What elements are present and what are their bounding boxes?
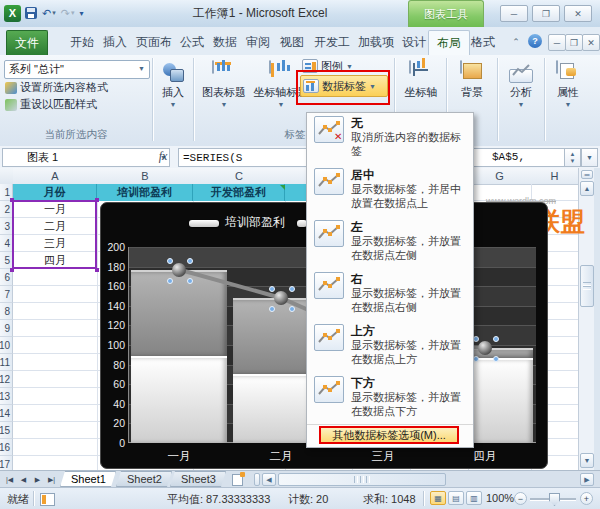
undo-icon[interactable]: ↶▾ [41,5,57,21]
axes-icon [409,60,411,74]
column-header-B[interactable]: B [97,168,194,185]
chevron-down-icon[interactable]: ▼ [135,62,148,75]
range-handle[interactable] [95,268,99,272]
customize-qat-icon[interactable]: ▾ [78,5,84,21]
split-box[interactable]: ═ [581,170,593,179]
hscroll-left-icon[interactable]: ◀ [262,473,276,486]
chevron-down-icon: ▼ [221,101,228,108]
data-point-二月[interactable] [274,291,288,305]
expand-formula-bar-icon[interactable]: ▼ [581,148,598,167]
zoom-slider-thumb[interactable] [549,493,560,506]
hscroll-thumb[interactable] [278,473,446,486]
vertical-scrollbar[interactable]: ═ ▲ ▼ [578,168,595,470]
close-button[interactable]: ✕ [564,5,592,22]
chart-title-button[interactable]: 图表标题 ▼ [197,58,251,108]
chart-element-selector[interactable]: 系列 "总计" ▼ [4,60,150,79]
column-header-C[interactable]: C [193,168,286,185]
cell-A1[interactable]: 月份 [13,184,97,201]
excel-app-icon[interactable]: X [4,5,21,22]
menu-item-上方[interactable]: 上方显示数据标签，并放置在数据点上方 [307,321,473,373]
menu-item-左[interactable]: 左显示数据标签，并放置在数据点左侧 [307,217,473,269]
y-axis-label: 140 [101,300,125,312]
menu-item-右[interactable]: 右显示数据标签，并放置在数据点右侧 [307,269,473,321]
workbook-restore-icon[interactable]: ❐ [565,34,583,51]
analysis-button[interactable]: 分析 ▼ [500,58,542,108]
row-header-10[interactable]: 10 [0,337,13,354]
zoom-out-icon[interactable]: − [514,492,527,505]
tab-文件[interactable]: 文件 [6,30,48,55]
menu-item-more-data-label-options[interactable]: 其他数据标签选项(M)... [319,426,459,444]
zoom-level[interactable]: 100% [486,492,514,504]
restore-button[interactable]: ❐ [532,5,560,22]
page-layout-view-icon[interactable]: ▤ [448,491,464,505]
format-selection-button[interactable]: 设置所选内容格式 [5,80,108,95]
range-handle[interactable] [10,268,14,272]
minimize-button[interactable]: ─ [500,5,528,22]
y-axis-label: 120 [101,319,125,331]
macro-record-icon[interactable] [40,492,55,506]
legend-entry-培训部盈利[interactable]: 培训部盈利 [225,214,285,231]
vscroll-thumb[interactable] [580,265,594,307]
row-header-14[interactable]: 14 [0,405,13,422]
background-button[interactable]: 背景 [449,58,495,99]
zoom-in-icon[interactable]: + [580,492,593,505]
fx-icon[interactable]: fx [150,148,176,165]
axes-button[interactable]: 坐标轴 [398,58,444,99]
row-header-11[interactable]: 11 [0,354,13,371]
formula-bar-scroll[interactable]: ▲▼ [564,148,581,167]
insert-button[interactable]: 插入 ▼ [155,58,191,108]
menu-item-无[interactable]: ✕无取消所选内容的数据标签 [307,113,473,165]
reset-style-icon [5,99,17,111]
scroll-up-icon[interactable]: ▲ [580,181,594,196]
background-icon [460,60,462,74]
normal-view-icon[interactable]: ▦ [430,491,446,505]
cell-C1[interactable]: 开发部盈利 [193,184,285,201]
column-header-H[interactable]: H [531,168,579,185]
row-header-12[interactable]: 12 [0,371,13,388]
workbook-minimize-icon[interactable]: ─ [548,34,566,51]
range-handle[interactable] [10,198,14,202]
first-sheet-icon[interactable]: |◀ [3,473,16,486]
workbook-close-icon[interactable]: ✕ [582,34,600,51]
pin-ribbon-icon[interactable]: ⌃ [508,34,524,49]
sheet-tab-Sheet2[interactable]: Sheet2 [116,471,172,487]
name-box[interactable]: 图表 1 ▼ [2,148,170,167]
row-header-15[interactable]: 15 [0,422,13,439]
scroll-down-icon[interactable]: ▼ [580,453,594,468]
format-selection-icon [5,82,17,94]
row-header-16[interactable]: 16 [0,439,13,456]
properties-button[interactable]: 属性 ▼ [547,58,589,108]
insert-worksheet-icon[interactable] [228,473,246,486]
data-point-四月[interactable] [478,341,492,355]
menu-item-desc: 显示数据标签，并放置 [351,390,471,404]
menu-item-下方[interactable]: 下方显示数据标签，并放置在数据点下方 [307,373,473,425]
prev-sheet-icon[interactable]: ◀ [17,473,30,486]
hscroll-right-icon[interactable]: ▶ [580,473,594,486]
last-sheet-icon[interactable]: ▶| [45,473,58,486]
reset-style-button[interactable]: 重设以匹配样式 [5,97,97,112]
help-icon[interactable]: ? [528,34,542,48]
range-handle[interactable] [95,198,99,202]
tab-split-handle[interactable] [254,473,260,486]
selection-handle [493,336,499,342]
row-header-8[interactable]: 8 [0,303,13,320]
menu-item-desc: 在数据点左侧 [351,248,471,262]
next-sheet-icon[interactable]: ▶ [31,473,44,486]
cell-B1[interactable]: 培训部盈利 [97,184,193,201]
data-point-一月[interactable] [172,263,186,277]
sheet-tab-Sheet3[interactable]: Sheet3 [170,471,226,487]
row-header-9[interactable]: 9 [0,320,13,337]
tab-格式[interactable]: 格式 [463,30,503,54]
save-icon[interactable] [24,5,38,21]
page-break-view-icon[interactable]: ▥ [466,491,482,505]
column-header-A[interactable]: A [13,168,98,185]
row-header-13[interactable]: 13 [0,388,13,405]
select-all-corner[interactable] [0,168,14,185]
sheet-tab-Sheet1[interactable]: Sheet1 [60,471,116,487]
data-label-position-icon: ✕ [314,116,344,143]
menu-item-居中[interactable]: 居中显示数据标签，并居中放置在数据点上 [307,165,473,217]
status-sum: 求和: 1048 [363,492,416,507]
row-header-7[interactable]: 7 [0,286,13,303]
column-header-G[interactable]: G [468,168,532,185]
ribbon-tab-row: 文件开始插入页面布公式数据审阅视图开发工加载项设计布局格式 ⌃ ? ─ ❐ ✕ [0,27,600,55]
